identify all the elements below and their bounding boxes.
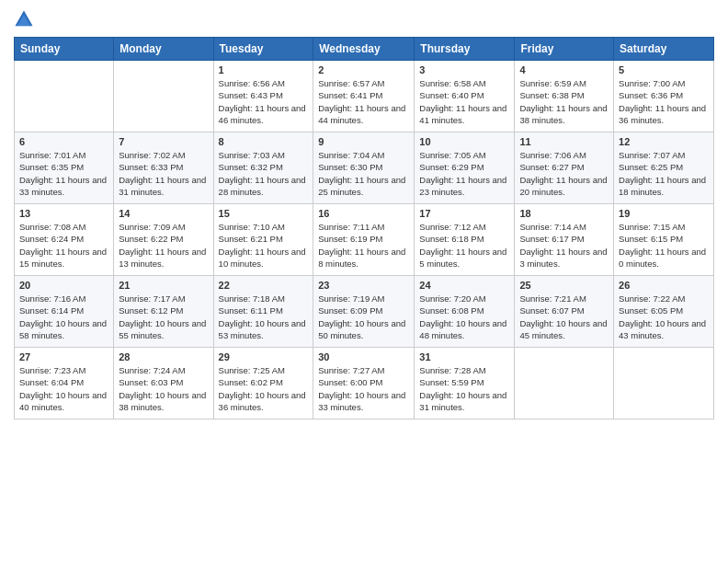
calendar-week-row: 6Sunrise: 7:01 AM Sunset: 6:35 PM Daylig… (15, 132, 714, 204)
day-number: 4 (519, 64, 609, 75)
day-info: Sunrise: 6:59 AM Sunset: 6:38 PM Dayligh… (519, 77, 609, 126)
table-row: 2Sunrise: 6:57 AM Sunset: 6:41 PM Daylig… (313, 61, 415, 132)
day-info: Sunrise: 7:19 AM Sunset: 6:09 PM Dayligh… (318, 293, 409, 341)
table-row: 26Sunrise: 7:22 AM Sunset: 6:05 PM Dayli… (614, 276, 714, 348)
day-number: 3 (419, 64, 509, 75)
day-number: 6 (19, 136, 108, 147)
day-info: Sunrise: 7:23 AM Sunset: 6:04 PM Dayligh… (19, 364, 108, 413)
day-number: 15 (219, 208, 309, 219)
day-info: Sunrise: 7:01 AM Sunset: 6:35 PM Dayligh… (19, 149, 108, 198)
day-info: Sunrise: 7:11 AM Sunset: 6:19 PM Dayligh… (318, 221, 409, 270)
calendar-table: Sunday Monday Tuesday Wednesday Thursday… (14, 37, 714, 419)
day-number: 10 (419, 136, 509, 147)
day-number: 2 (318, 64, 409, 75)
table-row: 21Sunrise: 7:17 AM Sunset: 6:12 PM Dayli… (114, 276, 213, 348)
day-number: 27 (19, 351, 108, 362)
table-row: 24Sunrise: 7:20 AM Sunset: 6:08 PM Dayli… (415, 276, 515, 348)
day-number: 13 (19, 208, 108, 219)
day-info: Sunrise: 7:06 AM Sunset: 6:27 PM Dayligh… (519, 149, 609, 198)
day-info: Sunrise: 7:20 AM Sunset: 6:08 PM Dayligh… (419, 293, 509, 341)
day-info: Sunrise: 7:07 AM Sunset: 6:25 PM Dayligh… (619, 149, 709, 198)
day-number: 23 (318, 280, 409, 291)
table-row: 18Sunrise: 7:14 AM Sunset: 6:17 PM Dayli… (515, 204, 614, 276)
day-info: Sunrise: 7:04 AM Sunset: 6:30 PM Dayligh… (318, 149, 409, 198)
day-number: 14 (119, 208, 208, 219)
table-row: 29Sunrise: 7:25 AM Sunset: 6:02 PM Dayli… (213, 348, 313, 419)
logo (14, 9, 36, 29)
col-thursday: Thursday (415, 38, 515, 61)
calendar-week-row: 20Sunrise: 7:16 AM Sunset: 6:14 PM Dayli… (15, 276, 714, 348)
day-info: Sunrise: 7:21 AM Sunset: 6:07 PM Dayligh… (519, 293, 609, 341)
day-info: Sunrise: 7:09 AM Sunset: 6:22 PM Dayligh… (119, 221, 208, 270)
day-info: Sunrise: 7:05 AM Sunset: 6:29 PM Dayligh… (419, 149, 509, 198)
day-info: Sunrise: 7:15 AM Sunset: 6:15 PM Dayligh… (619, 221, 709, 270)
day-number: 22 (219, 280, 309, 291)
table-row: 19Sunrise: 7:15 AM Sunset: 6:15 PM Dayli… (614, 204, 714, 276)
day-number: 12 (619, 136, 709, 147)
table-row: 1Sunrise: 6:56 AM Sunset: 6:43 PM Daylig… (213, 61, 313, 132)
calendar-week-row: 13Sunrise: 7:08 AM Sunset: 6:24 PM Dayli… (15, 204, 714, 276)
table-row: 28Sunrise: 7:24 AM Sunset: 6:03 PM Dayli… (114, 348, 213, 419)
day-info: Sunrise: 6:58 AM Sunset: 6:40 PM Dayligh… (419, 77, 509, 126)
day-info: Sunrise: 7:24 AM Sunset: 6:03 PM Dayligh… (119, 364, 208, 413)
day-info: Sunrise: 7:12 AM Sunset: 6:18 PM Dayligh… (419, 221, 509, 270)
col-wednesday: Wednesday (313, 38, 415, 61)
table-row: 3Sunrise: 6:58 AM Sunset: 6:40 PM Daylig… (415, 61, 515, 132)
day-number: 31 (419, 351, 509, 362)
day-info: Sunrise: 6:57 AM Sunset: 6:41 PM Dayligh… (318, 77, 409, 126)
table-row (114, 61, 213, 132)
day-info: Sunrise: 7:22 AM Sunset: 6:05 PM Dayligh… (619, 293, 709, 341)
day-info: Sunrise: 7:02 AM Sunset: 6:33 PM Dayligh… (119, 149, 208, 198)
day-info: Sunrise: 7:14 AM Sunset: 6:17 PM Dayligh… (519, 221, 609, 270)
table-row (15, 61, 114, 132)
logo-icon (14, 9, 34, 29)
table-row: 11Sunrise: 7:06 AM Sunset: 6:27 PM Dayli… (515, 132, 614, 204)
day-info: Sunrise: 7:16 AM Sunset: 6:14 PM Dayligh… (19, 293, 108, 341)
table-row: 20Sunrise: 7:16 AM Sunset: 6:14 PM Dayli… (15, 276, 114, 348)
day-number: 9 (318, 136, 409, 147)
day-info: Sunrise: 7:27 AM Sunset: 6:00 PM Dayligh… (318, 364, 409, 413)
day-number: 17 (419, 208, 509, 219)
col-sunday: Sunday (15, 38, 114, 61)
table-row: 10Sunrise: 7:05 AM Sunset: 6:29 PM Dayli… (415, 132, 515, 204)
table-row: 22Sunrise: 7:18 AM Sunset: 6:11 PM Dayli… (213, 276, 313, 348)
day-info: Sunrise: 6:56 AM Sunset: 6:43 PM Dayligh… (219, 77, 309, 126)
day-number: 5 (619, 64, 709, 75)
table-row: 7Sunrise: 7:02 AM Sunset: 6:33 PM Daylig… (114, 132, 213, 204)
day-number: 19 (619, 208, 709, 219)
col-monday: Monday (114, 38, 213, 61)
day-number: 29 (219, 351, 309, 362)
table-row: 17Sunrise: 7:12 AM Sunset: 6:18 PM Dayli… (415, 204, 515, 276)
table-row: 6Sunrise: 7:01 AM Sunset: 6:35 PM Daylig… (15, 132, 114, 204)
col-tuesday: Tuesday (213, 38, 313, 61)
table-row: 13Sunrise: 7:08 AM Sunset: 6:24 PM Dayli… (15, 204, 114, 276)
calendar-header-row: Sunday Monday Tuesday Wednesday Thursday… (15, 38, 714, 61)
table-row: 30Sunrise: 7:27 AM Sunset: 6:00 PM Dayli… (313, 348, 415, 419)
day-info: Sunrise: 7:17 AM Sunset: 6:12 PM Dayligh… (119, 293, 208, 341)
table-row: 4Sunrise: 6:59 AM Sunset: 6:38 PM Daylig… (515, 61, 614, 132)
table-row: 16Sunrise: 7:11 AM Sunset: 6:19 PM Dayli… (313, 204, 415, 276)
day-number: 30 (318, 351, 409, 362)
table-row (614, 348, 714, 419)
table-row: 23Sunrise: 7:19 AM Sunset: 6:09 PM Dayli… (313, 276, 415, 348)
day-info: Sunrise: 7:03 AM Sunset: 6:32 PM Dayligh… (219, 149, 309, 198)
day-number: 16 (318, 208, 409, 219)
day-number: 7 (119, 136, 208, 147)
calendar-week-row: 27Sunrise: 7:23 AM Sunset: 6:04 PM Dayli… (15, 348, 714, 419)
table-row: 9Sunrise: 7:04 AM Sunset: 6:30 PM Daylig… (313, 132, 415, 204)
calendar-week-row: 1Sunrise: 6:56 AM Sunset: 6:43 PM Daylig… (15, 61, 714, 132)
day-info: Sunrise: 7:28 AM Sunset: 5:59 PM Dayligh… (419, 364, 509, 413)
day-number: 18 (519, 208, 609, 219)
day-info: Sunrise: 7:18 AM Sunset: 6:11 PM Dayligh… (219, 293, 309, 341)
day-number: 26 (619, 280, 709, 291)
page-header (14, 9, 714, 29)
table-row: 8Sunrise: 7:03 AM Sunset: 6:32 PM Daylig… (213, 132, 313, 204)
day-info: Sunrise: 7:08 AM Sunset: 6:24 PM Dayligh… (19, 221, 108, 270)
table-row: 14Sunrise: 7:09 AM Sunset: 6:22 PM Dayli… (114, 204, 213, 276)
table-row: 5Sunrise: 7:00 AM Sunset: 6:36 PM Daylig… (614, 61, 714, 132)
day-info: Sunrise: 7:00 AM Sunset: 6:36 PM Dayligh… (619, 77, 709, 126)
day-number: 28 (119, 351, 208, 362)
col-friday: Friday (515, 38, 614, 61)
day-number: 21 (119, 280, 208, 291)
day-number: 1 (219, 64, 309, 75)
